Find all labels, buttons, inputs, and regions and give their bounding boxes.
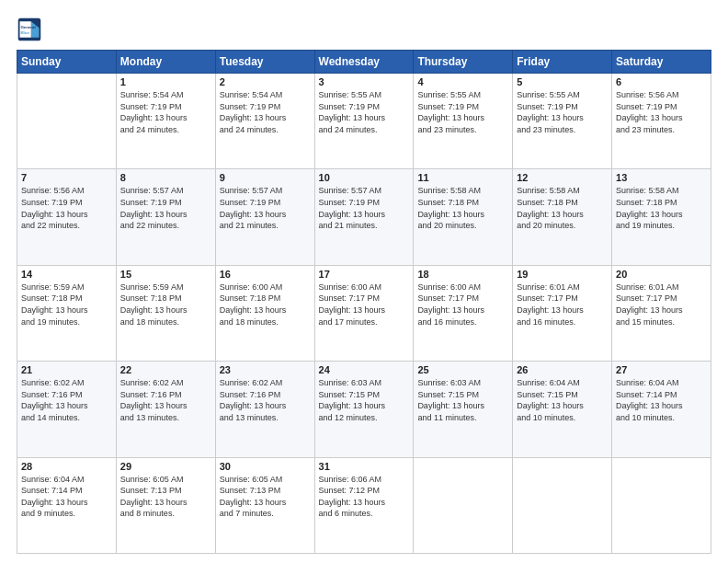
day-number: 23 — [220, 364, 311, 375]
day-number: 12 — [517, 172, 608, 183]
day-info: Sunrise: 6:04 AM Sunset: 7:14 PM Dayligh… — [21, 474, 112, 520]
day-info: Sunrise: 6:02 AM Sunset: 7:16 PM Dayligh… — [120, 377, 211, 423]
day-number: 1 — [120, 76, 211, 87]
day-info: Sunrise: 6:02 AM Sunset: 7:16 PM Dayligh… — [220, 377, 311, 423]
calendar-cell: 8Sunrise: 5:57 AM Sunset: 7:19 PM Daylig… — [116, 169, 215, 265]
day-number: 3 — [319, 76, 410, 87]
week-row-4: 21Sunrise: 6:02 AM Sunset: 7:16 PM Dayli… — [17, 362, 711, 457]
day-info: Sunrise: 6:05 AM Sunset: 7:13 PM Dayligh… — [220, 474, 311, 520]
calendar-cell: 2Sunrise: 5:54 AM Sunset: 7:19 PM Daylig… — [215, 74, 314, 169]
day-number: 13 — [616, 172, 707, 183]
svg-text:General: General — [20, 25, 35, 29]
day-number: 16 — [220, 269, 311, 280]
day-number: 19 — [517, 269, 608, 280]
day-info: Sunrise: 6:03 AM Sunset: 7:15 PM Dayligh… — [319, 377, 410, 423]
calendar-cell: 31Sunrise: 6:06 AM Sunset: 7:12 PM Dayli… — [314, 457, 414, 553]
calendar-cell: 21Sunrise: 6:02 AM Sunset: 7:16 PM Dayli… — [17, 362, 117, 457]
day-number: 10 — [319, 172, 410, 183]
calendar-cell: 9Sunrise: 5:57 AM Sunset: 7:19 PM Daylig… — [215, 169, 314, 265]
calendar-cell: 22Sunrise: 6:02 AM Sunset: 7:16 PM Dayli… — [116, 362, 215, 457]
week-row-1: 1Sunrise: 5:54 AM Sunset: 7:19 PM Daylig… — [17, 74, 711, 169]
calendar-cell: 5Sunrise: 5:55 AM Sunset: 7:19 PM Daylig… — [513, 74, 612, 169]
week-row-2: 7Sunrise: 5:56 AM Sunset: 7:19 PM Daylig… — [17, 169, 711, 265]
day-info: Sunrise: 5:56 AM Sunset: 7:19 PM Dayligh… — [616, 89, 707, 135]
calendar-cell — [17, 74, 117, 169]
calendar-cell: 14Sunrise: 5:59 AM Sunset: 7:18 PM Dayli… — [17, 265, 117, 361]
day-info: Sunrise: 5:58 AM Sunset: 7:18 PM Dayligh… — [517, 185, 608, 231]
calendar-cell: 23Sunrise: 6:02 AM Sunset: 7:16 PM Dayli… — [215, 362, 314, 457]
weekday-header-wednesday: Wednesday — [314, 51, 414, 74]
day-info: Sunrise: 5:59 AM Sunset: 7:18 PM Dayligh… — [21, 282, 112, 327]
day-info: Sunrise: 5:56 AM Sunset: 7:19 PM Dayligh… — [21, 185, 112, 231]
day-info: Sunrise: 6:01 AM Sunset: 7:17 PM Dayligh… — [616, 282, 707, 327]
day-info: Sunrise: 6:05 AM Sunset: 7:13 PM Dayligh… — [120, 474, 211, 520]
day-number: 17 — [319, 269, 410, 280]
weekday-header-thursday: Thursday — [414, 51, 513, 74]
day-info: Sunrise: 6:00 AM Sunset: 7:18 PM Dayligh… — [220, 282, 311, 327]
calendar-cell: 26Sunrise: 6:04 AM Sunset: 7:15 PM Dayli… — [513, 362, 612, 457]
day-number: 22 — [120, 364, 211, 375]
calendar-cell — [513, 457, 612, 553]
calendar-cell — [414, 457, 513, 553]
calendar-cell: 28Sunrise: 6:04 AM Sunset: 7:14 PM Dayli… — [17, 457, 117, 553]
weekday-header-saturday: Saturday — [612, 51, 711, 74]
day-info: Sunrise: 6:00 AM Sunset: 7:17 PM Dayligh… — [319, 282, 410, 327]
calendar-cell: 29Sunrise: 6:05 AM Sunset: 7:13 PM Dayli… — [116, 457, 215, 553]
day-info: Sunrise: 6:06 AM Sunset: 7:12 PM Dayligh… — [319, 474, 410, 520]
calendar-cell: 6Sunrise: 5:56 AM Sunset: 7:19 PM Daylig… — [612, 74, 711, 169]
day-number: 6 — [616, 76, 707, 87]
calendar-cell: 3Sunrise: 5:55 AM Sunset: 7:19 PM Daylig… — [314, 74, 414, 169]
calendar-cell: 27Sunrise: 6:04 AM Sunset: 7:14 PM Dayli… — [612, 362, 711, 457]
day-number: 5 — [517, 76, 608, 87]
day-info: Sunrise: 5:55 AM Sunset: 7:19 PM Dayligh… — [417, 89, 508, 135]
day-number: 30 — [220, 461, 311, 472]
day-info: Sunrise: 5:54 AM Sunset: 7:19 PM Dayligh… — [220, 89, 311, 135]
day-number: 14 — [21, 269, 112, 280]
logo-icon: General Blue — [17, 17, 42, 42]
weekday-header-friday: Friday — [513, 51, 612, 74]
calendar-cell: 25Sunrise: 6:03 AM Sunset: 7:15 PM Dayli… — [414, 362, 513, 457]
calendar-cell — [612, 457, 711, 553]
day-number: 26 — [517, 364, 608, 375]
day-info: Sunrise: 5:57 AM Sunset: 7:19 PM Dayligh… — [319, 185, 410, 231]
week-row-5: 28Sunrise: 6:04 AM Sunset: 7:14 PM Dayli… — [17, 457, 711, 553]
weekday-header-monday: Monday — [116, 51, 215, 74]
calendar-cell: 4Sunrise: 5:55 AM Sunset: 7:19 PM Daylig… — [414, 74, 513, 169]
calendar-table: SundayMondayTuesdayWednesdayThursdayFrid… — [17, 50, 711, 554]
day-info: Sunrise: 6:01 AM Sunset: 7:17 PM Dayligh… — [517, 282, 608, 327]
day-info: Sunrise: 5:57 AM Sunset: 7:19 PM Dayligh… — [120, 185, 211, 231]
day-number: 15 — [120, 269, 211, 280]
day-info: Sunrise: 5:54 AM Sunset: 7:19 PM Dayligh… — [120, 89, 211, 135]
weekday-header-tuesday: Tuesday — [215, 51, 314, 74]
logo: General Blue — [17, 17, 46, 42]
day-info: Sunrise: 6:00 AM Sunset: 7:17 PM Dayligh… — [417, 282, 508, 327]
day-number: 31 — [319, 461, 410, 472]
day-number: 7 — [21, 172, 112, 183]
calendar-cell: 11Sunrise: 5:58 AM Sunset: 7:18 PM Dayli… — [414, 169, 513, 265]
day-number: 2 — [220, 76, 311, 87]
calendar-cell: 17Sunrise: 6:00 AM Sunset: 7:17 PM Dayli… — [314, 265, 414, 361]
day-info: Sunrise: 5:58 AM Sunset: 7:18 PM Dayligh… — [616, 185, 707, 231]
calendar-cell: 30Sunrise: 6:05 AM Sunset: 7:13 PM Dayli… — [215, 457, 314, 553]
day-number: 21 — [21, 364, 112, 375]
page-header: General Blue — [17, 17, 711, 42]
calendar-cell: 24Sunrise: 6:03 AM Sunset: 7:15 PM Dayli… — [314, 362, 414, 457]
calendar-cell: 16Sunrise: 6:00 AM Sunset: 7:18 PM Dayli… — [215, 265, 314, 361]
week-row-3: 14Sunrise: 5:59 AM Sunset: 7:18 PM Dayli… — [17, 265, 711, 361]
day-number: 25 — [417, 364, 508, 375]
calendar-cell: 12Sunrise: 5:58 AM Sunset: 7:18 PM Dayli… — [513, 169, 612, 265]
day-number: 29 — [120, 461, 211, 472]
day-number: 11 — [417, 172, 508, 183]
weekday-header-sunday: Sunday — [17, 51, 117, 74]
calendar-cell: 20Sunrise: 6:01 AM Sunset: 7:17 PM Dayli… — [612, 265, 711, 361]
svg-text:Blue: Blue — [20, 30, 29, 35]
day-number: 20 — [616, 269, 707, 280]
day-info: Sunrise: 5:55 AM Sunset: 7:19 PM Dayligh… — [319, 89, 410, 135]
header-row: SundayMondayTuesdayWednesdayThursdayFrid… — [17, 51, 711, 74]
day-number: 28 — [21, 461, 112, 472]
day-info: Sunrise: 5:59 AM Sunset: 7:18 PM Dayligh… — [120, 282, 211, 327]
day-number: 9 — [220, 172, 311, 183]
calendar-cell: 13Sunrise: 5:58 AM Sunset: 7:18 PM Dayli… — [612, 169, 711, 265]
day-info: Sunrise: 5:58 AM Sunset: 7:18 PM Dayligh… — [417, 185, 508, 231]
day-info: Sunrise: 6:03 AM Sunset: 7:15 PM Dayligh… — [417, 377, 508, 423]
